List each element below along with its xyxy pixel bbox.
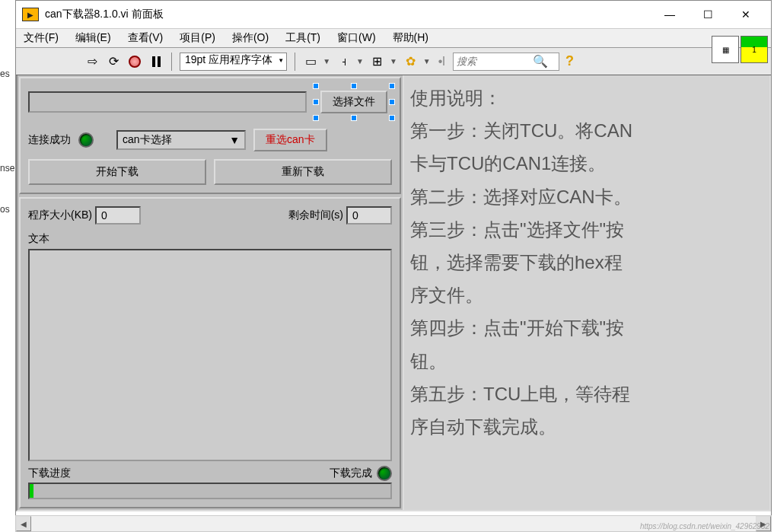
instruction-line: 第一步：关闭TCU。将CAN (410, 114, 763, 147)
truncated-text: nse (0, 163, 14, 174)
instruction-line: 卡与TCU的CAN1连接。 (410, 147, 763, 180)
instructions-panel: 使用说明： 第一步：关闭TCU。将CAN 卡与TCU的CAN1连接。 第二步：选… (404, 75, 771, 511)
minimize-button[interactable]: — (651, 1, 689, 28)
progress-bar (28, 483, 392, 499)
select-file-button[interactable]: 选择文件 (320, 91, 387, 113)
file-panel: 选择文件 连接成功 can卡选择▼ 重选can卡 开始下载 重新下载 (19, 77, 401, 194)
instructions-title: 使用说明： (410, 81, 763, 114)
instruction-line: 钮。 (410, 345, 763, 377)
remaining-time-label: 剩余时间(s) (288, 209, 343, 222)
app-icon (22, 8, 39, 21)
instruction-line: 序自动下载完成。 (410, 410, 763, 443)
window-title: can下载器8.1.0.vi 前面板 (45, 8, 651, 21)
status-panel: 程序大小(KB) 0 剩余时间(s) 0 文本 下载进度 下载完成 (19, 197, 401, 508)
file-path-input[interactable] (28, 91, 307, 113)
reselect-can-button[interactable]: 重选can卡 (253, 129, 327, 151)
search-input[interactable] (457, 56, 533, 67)
toolbar: ⇨ ⟳ 19pt 应用程序字体 ▭▼ ⫞▼ ⊞▼ ✿▼ •l 🔍 ? (16, 48, 771, 75)
instruction-line: 第二步：选择对应CAN卡。 (410, 180, 763, 213)
menu-file[interactable]: 文件(F) (21, 30, 62, 46)
run-continuous-button[interactable]: ⟳ (106, 54, 121, 69)
done-led (377, 466, 392, 481)
menu-tools[interactable]: 工具(T) (282, 30, 323, 46)
connect-led (78, 132, 94, 148)
distribute-icon[interactable]: ⫞ (336, 54, 352, 69)
stop-button[interactable] (127, 54, 142, 69)
done-label: 下载完成 (330, 467, 372, 480)
pause-button[interactable] (148, 54, 164, 69)
select-file-button-selection: 选择文件 (316, 86, 392, 118)
watermark: https://blog.csdn.net/weixin_42962932 (640, 522, 769, 530)
help-icon[interactable]: ? (565, 53, 574, 69)
menubar: 文件(F) 编辑(E) 查看(V) 项目(P) 操作(O) 工具(T) 窗口(W… (16, 28, 771, 48)
menu-operate[interactable]: 操作(O) (229, 30, 272, 46)
font-selector[interactable]: 19pt 应用程序字体 (180, 53, 287, 71)
program-size-label: 程序大小(KB) (28, 209, 92, 222)
resize-icon[interactable]: ⊞ (370, 54, 385, 69)
log-textarea[interactable] (28, 249, 392, 461)
scroll-left-arrow[interactable]: ◀ (16, 516, 31, 531)
program-size-value: 0 (95, 206, 141, 225)
labview-window: can下载器8.1.0.vi 前面板 — ☐ ✕ 文件(F) 编辑(E) 查看(… (15, 0, 772, 529)
instruction-line: 序文件。 (410, 279, 763, 311)
maximize-button[interactable]: ☐ (689, 1, 727, 28)
instruction-line: 第三步：点击"选择文件"按 (410, 213, 763, 246)
can-card-dropdown[interactable]: can卡选择▼ (116, 130, 246, 150)
run-button[interactable]: ⇨ (84, 54, 100, 69)
truncated-text: os (0, 204, 14, 215)
reorder-icon[interactable]: ✿ (403, 54, 419, 69)
progress-fill (30, 484, 33, 498)
menu-help[interactable]: 帮助(H) (390, 30, 432, 46)
grid-icon[interactable]: ▦ (712, 36, 739, 63)
connect-label: 连接成功 (28, 133, 71, 147)
truncated-text: es (0, 68, 14, 79)
close-button[interactable]: ✕ (727, 1, 765, 28)
left-panel: 选择文件 连接成功 can卡选择▼ 重选can卡 开始下载 重新下载 (16, 75, 404, 511)
remaining-time-value: 0 (346, 206, 392, 225)
menu-window[interactable]: 窗口(W) (334, 30, 379, 46)
menu-edit[interactable]: 编辑(E) (72, 30, 114, 46)
progress-label: 下载进度 (28, 467, 71, 480)
vi-icon[interactable]: 1 (741, 36, 768, 63)
align-icon[interactable]: ▭ (303, 54, 318, 69)
menu-view[interactable]: 查看(V) (125, 30, 167, 46)
instruction-line: 第五步：TCU上电，等待程 (410, 377, 763, 410)
text-label: 文本 (28, 232, 392, 246)
start-download-button[interactable]: 开始下载 (28, 159, 206, 185)
titlebar: can下载器8.1.0.vi 前面板 — ☐ ✕ (16, 1, 771, 28)
restart-download-button[interactable]: 重新下载 (214, 159, 392, 185)
search-box[interactable]: 🔍 (453, 53, 559, 71)
instruction-line: 第四步：点击"开始下载"按 (410, 311, 763, 344)
menu-project[interactable]: 项目(P) (177, 30, 218, 46)
search-icon[interactable]: 🔍 (533, 54, 548, 68)
instruction-line: 钮，选择需要下载的hex程 (410, 246, 763, 279)
